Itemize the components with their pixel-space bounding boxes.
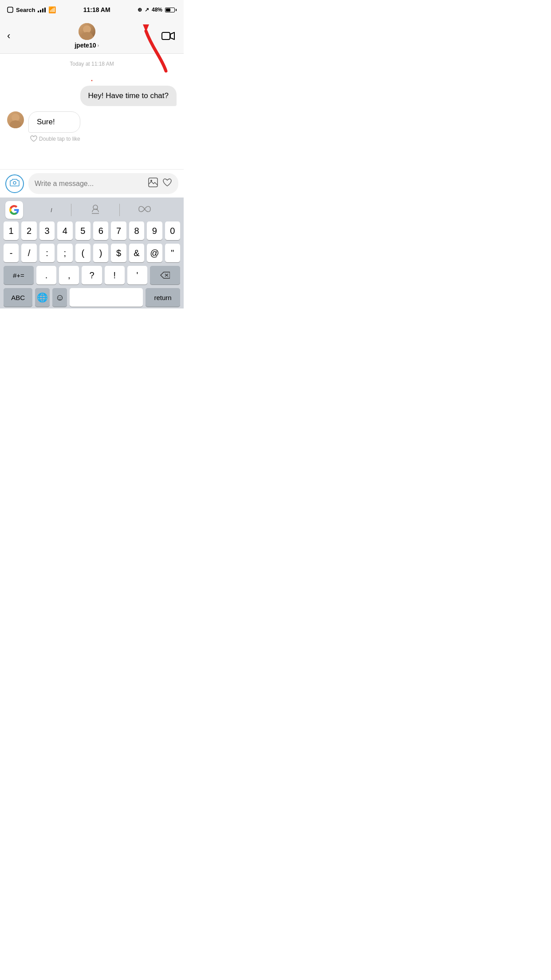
heart-icon	[30, 135, 37, 142]
divider-1	[71, 204, 71, 216]
key-dash[interactable]: -	[4, 244, 19, 262]
key-dollar[interactable]: $	[111, 244, 126, 262]
sent-bubble: Hey! Have time to chat?	[80, 86, 177, 106]
key-colon[interactable]: :	[39, 244, 55, 262]
key-abc[interactable]: ABC	[4, 288, 32, 307]
like-hint[interactable]: Double tap to like	[28, 135, 80, 142]
key-5[interactable]: 5	[75, 221, 91, 240]
signal-bar-2	[40, 10, 41, 12]
activity-icon[interactable]	[90, 204, 101, 217]
time-display: 11:18 AM	[83, 6, 110, 13]
image-icon[interactable]	[148, 178, 158, 190]
svg-point-3	[81, 32, 93, 40]
keyboard-bottom-row: ABC 🌐 ☺ return	[2, 288, 182, 307]
key-2[interactable]: 2	[21, 221, 36, 240]
key-7[interactable]: 7	[111, 221, 126, 240]
key-1[interactable]: 1	[4, 221, 19, 240]
key-6[interactable]: 6	[93, 221, 108, 240]
user-avatar	[79, 23, 95, 40]
svg-rect-4	[162, 32, 170, 40]
key-globe[interactable]: 🌐	[35, 288, 50, 307]
wifi-icon: 📶	[48, 6, 56, 13]
key-rparen[interactable]: )	[93, 244, 108, 262]
key-0[interactable]: 0	[165, 221, 180, 240]
infinity-icon[interactable]	[138, 205, 151, 215]
chat-area: Today at 11:18 AM • Hey! Have time to ch…	[0, 54, 184, 169]
user-info[interactable]: jpete10 ›	[75, 23, 99, 49]
keyboard-toolbar: I	[2, 201, 182, 221]
key-apostrophe[interactable]: '	[127, 266, 147, 285]
navigation-icon: ↗	[145, 7, 149, 13]
battery-tip	[176, 9, 177, 11]
back-button[interactable]: ‹	[7, 29, 14, 43]
video-icon	[161, 31, 175, 41]
key-hashtag[interactable]: #+=	[4, 266, 34, 285]
symbol-row-1: - / : ; ( ) $ & @ "	[2, 244, 182, 262]
key-exclaim[interactable]: !	[105, 266, 125, 285]
keyboard: I 1 2 3 4 5 6 7 8	[0, 198, 184, 308]
key-period[interactable]: .	[36, 266, 56, 285]
nav-header: ‹ jpete10 ›	[0, 20, 184, 54]
signal-bar-4	[44, 8, 46, 12]
delete-icon	[160, 272, 170, 279]
message-input-row	[0, 169, 184, 198]
image-svg	[148, 178, 158, 187]
message-input[interactable]	[35, 180, 144, 188]
key-ampersand[interactable]: &	[129, 244, 144, 262]
battery-indicator	[165, 8, 177, 12]
toolbar-text-i: I	[51, 207, 52, 213]
key-comma[interactable]: ,	[59, 266, 79, 285]
avatar-svg	[79, 23, 95, 40]
key-question[interactable]: ?	[82, 266, 102, 285]
svg-rect-0	[8, 7, 13, 12]
status-left: Search 📶	[7, 6, 56, 13]
battery-fill	[166, 8, 170, 12]
delivery-dot: •	[91, 78, 93, 83]
activity-svg	[90, 204, 101, 214]
key-semicolon[interactable]: ;	[57, 244, 72, 262]
symbol-row-2: #+= . , ? ! '	[2, 266, 182, 285]
key-9[interactable]: 9	[147, 221, 162, 240]
status-bar: Search 📶 11:18 AM ⊕ ↗ 48%	[0, 0, 184, 20]
received-avatar	[7, 111, 24, 128]
username-text: jpete10	[75, 42, 96, 49]
received-message: Sure! Double tap to like	[7, 111, 143, 142]
carrier-label: Search	[16, 7, 35, 13]
key-slash[interactable]: /	[21, 244, 36, 262]
key-delete[interactable]	[150, 266, 180, 285]
key-3[interactable]: 3	[39, 221, 55, 240]
camera-button[interactable]	[5, 174, 24, 193]
toolbar-dividers: I	[23, 204, 178, 217]
number-row: 1 2 3 4 5 6 7 8 9 0	[2, 221, 182, 240]
svg-point-10	[10, 120, 21, 128]
key-4[interactable]: 4	[57, 221, 72, 240]
divider-2	[119, 204, 120, 216]
svg-marker-5	[170, 32, 174, 40]
google-button[interactable]	[5, 201, 23, 219]
username-label[interactable]: jpete10 ›	[75, 42, 99, 49]
status-right: ⊕ ↗ 48%	[138, 7, 177, 13]
heart-input-svg	[162, 178, 172, 187]
received-bubble: Sure!	[28, 111, 80, 133]
key-8[interactable]: 8	[129, 221, 144, 240]
camera-icon	[10, 178, 20, 189]
avatar-placeholder	[79, 23, 95, 40]
heart-input-icon[interactable]	[162, 178, 172, 189]
app-icon	[7, 7, 13, 13]
chat-timestamp: Today at 11:18 AM	[7, 61, 177, 67]
signal-bar-3	[42, 8, 43, 12]
svg-point-11	[13, 182, 16, 184]
received-avatar-svg	[7, 111, 24, 128]
key-emoji[interactable]: ☺	[52, 288, 67, 307]
location-icon: ⊕	[138, 7, 142, 13]
key-space[interactable]	[70, 288, 143, 307]
video-call-button[interactable]	[160, 28, 177, 44]
message-input-container[interactable]	[28, 173, 178, 194]
key-quote[interactable]: "	[165, 244, 180, 262]
google-icon	[9, 205, 20, 215]
battery-body	[165, 8, 175, 12]
sent-message: Hey! Have time to chat?	[80, 86, 177, 106]
key-lparen[interactable]: (	[75, 244, 91, 262]
key-return[interactable]: return	[146, 288, 180, 307]
key-at[interactable]: @	[147, 244, 162, 262]
